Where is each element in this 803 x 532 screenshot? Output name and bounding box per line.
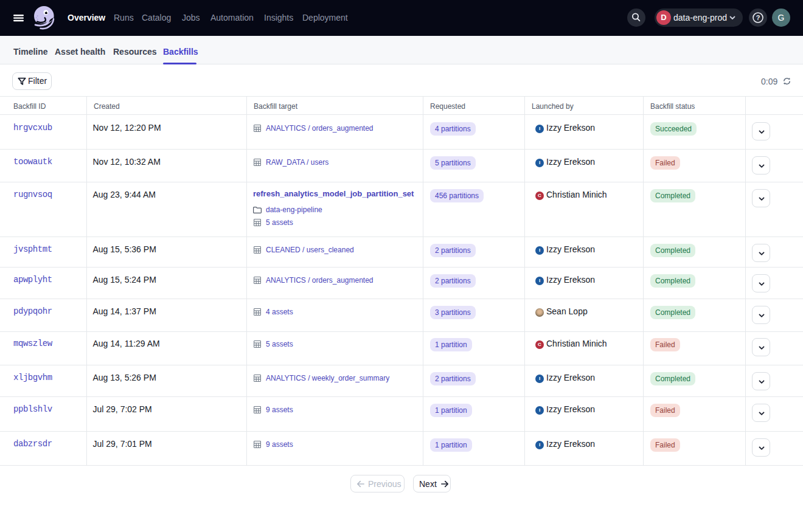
- svg-text:?: ?: [756, 14, 760, 21]
